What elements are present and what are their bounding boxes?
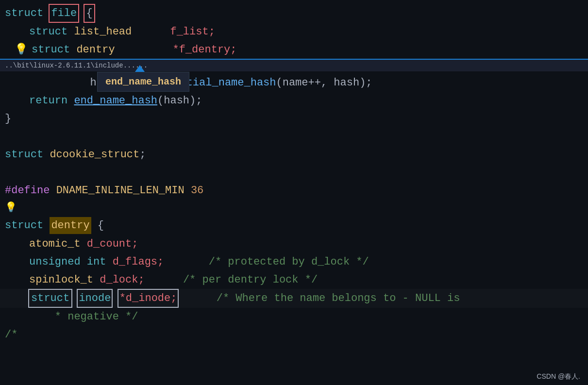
code-line-dcookie: struct dcookie_struct ; xyxy=(0,146,588,164)
code-line-negative: * negative */ xyxy=(0,308,588,326)
code-line-define: #define DNAME_INLINE_LEN_MIN 36 xyxy=(0,182,588,200)
code-editor: struct file { struct list_head f_list; 💡… xyxy=(0,0,588,385)
code-line-f-list: struct list_head f_list; xyxy=(0,23,588,41)
where-text: Where xyxy=(235,290,268,306)
field-d-lock: d_lock; xyxy=(100,272,144,288)
keyword-struct-2: struct xyxy=(29,24,67,40)
space-2 xyxy=(78,5,84,21)
top-section: struct file { struct list_head f_list; 💡… xyxy=(0,0,588,60)
space-8 xyxy=(50,183,56,199)
close-brace: } xyxy=(5,111,11,127)
tooltip-popup[interactable]: end_name_hash xyxy=(97,72,189,92)
comment-d-inode: /* xyxy=(217,290,236,306)
space-return xyxy=(67,93,74,109)
func-args: (name++, hash); xyxy=(276,75,372,91)
space-20 xyxy=(178,290,216,306)
space-17 xyxy=(145,272,183,288)
space-4 xyxy=(132,24,170,40)
code-line-f-dentry: 💡 struct dentry *f_dentry; xyxy=(0,41,588,59)
type-dentry-1: dentry xyxy=(76,42,115,58)
keyword-int: int xyxy=(87,254,106,270)
code-line-struct-file: struct file { xyxy=(0,4,588,23)
code-line-bulb: 💡 xyxy=(0,200,588,216)
code-line-d-count: atomic_t d_count; xyxy=(0,235,588,253)
dash-text: - NULL is xyxy=(396,290,460,306)
define-value: 36 xyxy=(191,183,203,199)
space-15 xyxy=(164,254,208,270)
keyword-struct-1: struct xyxy=(5,5,43,21)
code-line-partial-hash: has h_name = partial_name_hash (name++, … xyxy=(0,74,588,92)
semicolon-1: ; xyxy=(139,147,146,163)
space-19 xyxy=(112,290,118,306)
field-d-count: d_count; xyxy=(87,236,138,252)
struct-file-name: file xyxy=(50,5,78,22)
space-7 xyxy=(43,147,50,163)
keyword-return: return xyxy=(29,93,67,109)
field-d-flags: d_flags; xyxy=(113,254,164,270)
type-dentry-highlight: dentry xyxy=(50,217,91,234)
space-12 xyxy=(81,236,87,252)
func-end-name-hash: end_name_hash xyxy=(74,93,157,109)
space-13 xyxy=(81,254,87,270)
field-f-dentry: *f_dentry; xyxy=(172,42,236,58)
inode-boxed-ptr: *d_inode; xyxy=(118,290,178,307)
func-call-args: (hash); xyxy=(157,93,202,109)
space-14 xyxy=(106,254,112,270)
keyword-struct-5: struct xyxy=(5,218,43,234)
code-line-d-inode: struct inode *d_inode; /* Where the name… xyxy=(0,289,588,308)
type-dcookie: dcookie_struct xyxy=(50,147,139,163)
tooltip-text: end_name_hash xyxy=(105,76,181,87)
keyword-define: #define xyxy=(5,183,50,199)
comment-open: /* xyxy=(5,327,17,343)
code-line-empty-1 xyxy=(0,128,588,146)
name-text: name belongs xyxy=(293,290,377,306)
space-9 xyxy=(185,183,191,199)
comment-d-flags: /* protected by d_lock */ xyxy=(209,254,369,270)
watermark-text: CSDN @春人. xyxy=(537,372,580,380)
type-atomic: atomic_t xyxy=(29,236,81,252)
comment-negative: * negative */ xyxy=(29,309,138,325)
main-code-area: has h_name = partial_name_hash (name++, … xyxy=(0,71,588,346)
keyword-struct-4: struct xyxy=(5,147,43,163)
code-line-d-flags: unsigned int d_flags; /* protected by d_… xyxy=(0,253,588,271)
space-10 xyxy=(43,218,50,234)
code-line-close-brace: } xyxy=(0,110,588,128)
caret-indicator xyxy=(135,65,145,72)
comment-d-lock: /* per dentry lock */ xyxy=(183,272,318,288)
space-11 xyxy=(91,218,98,234)
bulb-icon-1: 💡 xyxy=(15,42,28,58)
keyword-struct-3: struct xyxy=(32,42,70,58)
space-1 xyxy=(43,5,50,21)
code-line-struct-dentry: struct dentry { xyxy=(0,216,588,235)
space-6 xyxy=(115,42,173,58)
breadcrumb-text: ..\bit\linux-2.6.11.1\include... xyxy=(5,62,135,69)
keyword-unsigned: unsigned xyxy=(29,254,81,270)
open-brace-dentry: { xyxy=(98,218,104,234)
open-brace-1: { xyxy=(84,5,94,22)
space-3 xyxy=(67,24,74,40)
space-5 xyxy=(70,42,76,58)
type-spinlock: spinlock_t xyxy=(29,272,93,288)
field-f-list: f_list; xyxy=(170,24,215,40)
breadcrumb-bar: ..\bit\linux-2.6.11.1\include... ... xyxy=(0,60,588,71)
code-line-return: return end_name_hash (hash); xyxy=(0,92,588,110)
bulb-icon-2: 💡 xyxy=(5,201,17,215)
inode-boxed-text: struct xyxy=(29,290,71,307)
code-line-empty-2 xyxy=(0,164,588,182)
define-name: DNAME_INLINE_LEN_MIN xyxy=(56,183,185,199)
watermark: CSDN @春人. xyxy=(537,372,580,381)
space-18 xyxy=(71,290,78,306)
type-list-head: list_head xyxy=(74,24,132,40)
code-line-d-lock: spinlock_t d_lock; /* per dentry lock */ xyxy=(0,271,588,289)
code-line-comment-start: /* xyxy=(0,326,588,344)
space-16 xyxy=(93,272,100,288)
the-text: the xyxy=(268,290,293,306)
to-text: to xyxy=(377,290,396,306)
inode-boxed-type: inode xyxy=(78,290,112,307)
